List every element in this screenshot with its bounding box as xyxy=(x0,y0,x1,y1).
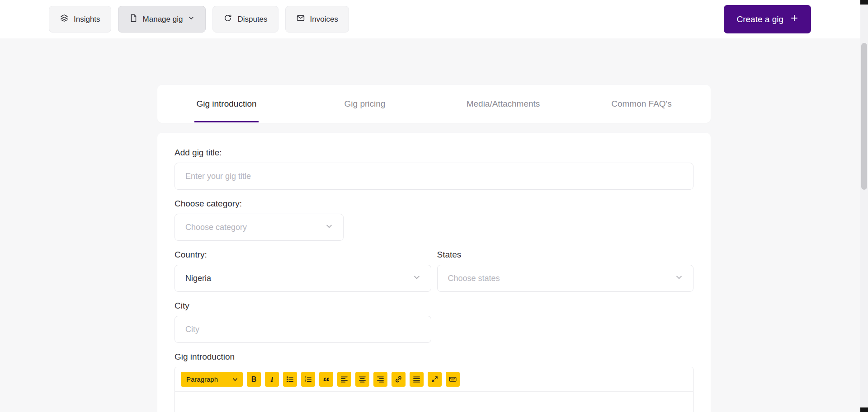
link-icon xyxy=(395,375,402,383)
unordered-list-icon xyxy=(286,375,294,383)
keyboard-button[interactable] xyxy=(446,372,460,387)
nav-insights-label: Insights xyxy=(74,15,100,24)
align-justify-button[interactable] xyxy=(410,372,424,387)
main-content: Gig introduction Gig pricing Media/Attac… xyxy=(0,38,868,412)
scrollbar-thumb[interactable] xyxy=(861,43,867,190)
scrollbar-down-button[interactable] xyxy=(860,407,868,412)
bold-icon: B xyxy=(251,376,257,383)
align-center-icon xyxy=(359,375,366,383)
ordered-list-button[interactable]: 123 xyxy=(301,372,315,387)
gig-introduction-label: Gig introduction xyxy=(175,352,693,362)
align-left-icon xyxy=(340,375,348,383)
editor-toolbar: Paragraph B I xyxy=(175,367,693,392)
country-label: Country: xyxy=(175,250,431,260)
svg-text:3: 3 xyxy=(305,380,306,383)
states-select-placeholder: Choose states xyxy=(448,274,500,283)
category-label: Choose category: xyxy=(175,199,693,209)
paragraph-style-dropdown[interactable]: Paragraph xyxy=(181,372,243,387)
nav-disputes-button[interactable]: Disputes xyxy=(212,6,278,33)
keyboard-icon xyxy=(449,375,457,383)
category-select-placeholder: Choose category xyxy=(185,223,247,232)
nav-manage-gig-label: Manage gig xyxy=(143,15,183,24)
top-bar: Insights Manage gig xyxy=(0,0,868,38)
chevron-down-icon xyxy=(675,273,684,284)
scrollbar-up-button[interactable] xyxy=(860,0,868,5)
fullscreen-button[interactable] xyxy=(428,372,442,387)
align-left-button[interactable] xyxy=(337,372,351,387)
tab-gig-pricing-label: Gig pricing xyxy=(344,99,387,109)
states-label: States xyxy=(437,250,694,260)
blockquote-button[interactable] xyxy=(319,372,333,387)
nav-disputes-label: Disputes xyxy=(237,15,267,24)
city-input[interactable] xyxy=(175,316,431,343)
nav-invoices-button[interactable]: Invoices xyxy=(285,6,349,33)
layers-icon xyxy=(60,14,69,25)
chevron-down-icon xyxy=(232,376,238,383)
create-gig-label: Create a gig xyxy=(736,14,783,24)
nav-insights-button[interactable]: Insights xyxy=(49,6,111,33)
blockquote-icon xyxy=(322,375,330,383)
align-right-icon xyxy=(377,375,384,383)
gig-introduction-form: Add gig title: Choose category: Choose c… xyxy=(157,133,711,412)
category-select[interactable]: Choose category xyxy=(175,214,344,241)
tab-common-faqs-label: Common FAQ's xyxy=(610,99,673,109)
document-icon xyxy=(129,14,138,25)
create-gig-button[interactable]: Create a gig xyxy=(724,5,811,33)
tab-gig-introduction[interactable]: Gig introduction xyxy=(157,85,296,123)
nav-manage-gig-button[interactable]: Manage gig xyxy=(118,6,206,33)
align-justify-icon xyxy=(413,375,420,383)
country-select-value: Nigeria xyxy=(185,274,211,283)
gig-title-input[interactable] xyxy=(175,163,693,190)
rich-text-editor: Paragraph B I xyxy=(175,367,693,412)
align-center-button[interactable] xyxy=(355,372,369,387)
tab-media-attachments[interactable]: Media/Attachments xyxy=(434,85,572,123)
paragraph-style-label: Paragraph xyxy=(186,375,218,383)
chevron-down-icon xyxy=(325,222,334,233)
tab-gig-introduction-label: Gig introduction xyxy=(195,99,257,109)
country-select[interactable]: Nigeria xyxy=(175,265,431,292)
bold-button[interactable]: B xyxy=(247,372,261,387)
nav-invoices-label: Invoices xyxy=(310,15,338,24)
plus-icon xyxy=(790,14,798,24)
chevron-down-icon xyxy=(412,273,421,284)
gig-introduction-editor-area[interactable] xyxy=(175,392,693,412)
italic-button[interactable]: I xyxy=(265,372,279,387)
states-select[interactable]: Choose states xyxy=(437,265,694,292)
city-label: City xyxy=(175,301,693,311)
link-button[interactable] xyxy=(392,372,406,387)
tab-gig-pricing[interactable]: Gig pricing xyxy=(296,85,434,123)
align-right-button[interactable] xyxy=(373,372,387,387)
header-nav: Insights Manage gig xyxy=(49,6,349,33)
gig-tabs: Gig introduction Gig pricing Media/Attac… xyxy=(157,85,711,123)
tab-media-attachments-label: Media/Attachments xyxy=(466,99,541,109)
page-scrollbar[interactable] xyxy=(860,0,868,412)
fullscreen-icon xyxy=(431,375,439,383)
gig-title-label: Add gig title: xyxy=(175,148,693,158)
mail-icon xyxy=(296,14,305,25)
refresh-icon xyxy=(223,14,232,25)
unordered-list-button[interactable] xyxy=(283,372,297,387)
tab-common-faqs[interactable]: Common FAQ's xyxy=(572,85,711,123)
ordered-list-icon: 123 xyxy=(304,375,312,383)
chevron-down-icon xyxy=(188,14,195,24)
italic-icon: I xyxy=(270,376,273,383)
